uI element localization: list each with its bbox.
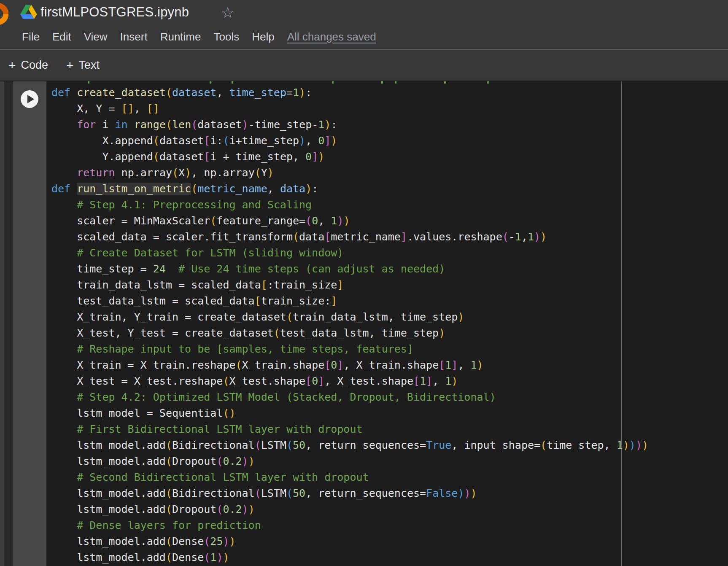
menu-item-runtime[interactable]: Runtime bbox=[160, 30, 201, 43]
drive-icon bbox=[20, 4, 37, 20]
code-line[interactable]: # Reshape input to be [samples, time ste… bbox=[51, 341, 648, 357]
menu-bar: FileEditViewInsertRuntimeToolsHelpAll ch… bbox=[22, 30, 376, 43]
clipped-code-fragment bbox=[88, 81, 89, 84]
code-line[interactable]: scaler = MinMaxScaler(feature_range=(0, … bbox=[51, 213, 648, 229]
colab-notebook-page: { "header": { "title": "firstMLPOSTGRES.… bbox=[0, 0, 728, 566]
header-bar: firstMLPOSTGRES.ipynb ☆ FileEditViewInse… bbox=[0, 0, 728, 49]
code-line[interactable]: lstm_model.add(Bidirectional(LSTM(50, re… bbox=[51, 485, 648, 501]
code-line[interactable]: for i in range(len(dataset)-time_step-1)… bbox=[51, 117, 648, 133]
add-code-button[interactable]: + Code bbox=[8, 50, 48, 81]
menu-item-edit[interactable]: Edit bbox=[52, 30, 71, 43]
add-code-label: Code bbox=[21, 59, 49, 72]
clipped-code-fragment bbox=[381, 81, 383, 84]
code-line[interactable]: test_data_lstm = scaled_data[train_size:… bbox=[51, 293, 648, 309]
menu-item-insert[interactable]: Insert bbox=[120, 30, 148, 43]
code-line[interactable]: X_train, Y_train = create_dataset(train_… bbox=[51, 309, 648, 325]
code-line[interactable]: X_test, Y_test = create_dataset(test_dat… bbox=[51, 325, 648, 341]
plus-icon: + bbox=[66, 59, 74, 72]
code-line[interactable]: lstm_model.add(Dropout(0.2)) bbox=[51, 501, 648, 517]
clipped-code-fragment bbox=[395, 81, 396, 84]
code-line[interactable]: # Second Bidirectional LSTM layer with d… bbox=[51, 469, 648, 485]
code-line[interactable]: X.append(dataset[i:(i+time_step), 0]) bbox=[51, 133, 648, 149]
code-line[interactable]: train_data_lstm = scaled_data[:train_siz… bbox=[51, 277, 648, 293]
code-line[interactable]: lstm_model.add(Dense(1)) bbox=[51, 550, 648, 566]
code-line[interactable]: lstm_model.add(Dropout(0.2)) bbox=[51, 453, 648, 469]
code-line[interactable]: # First Bidirectional LSTM layer with dr… bbox=[51, 421, 648, 437]
code-line[interactable]: X_test = X_test.reshape(X_test.shape[0],… bbox=[51, 373, 648, 389]
code-line[interactable]: scaled_data = scaler.fit_transform(data[… bbox=[51, 229, 648, 245]
menu-item-tools[interactable]: Tools bbox=[213, 30, 239, 43]
save-status[interactable]: All changes saved bbox=[287, 30, 376, 43]
code-line[interactable]: # Dense layers for prediction bbox=[51, 517, 648, 534]
code-line[interactable]: # Create Dataset for LSTM (sliding windo… bbox=[51, 245, 648, 261]
run-cell-button[interactable] bbox=[20, 90, 39, 108]
clipped-code-fragment bbox=[444, 81, 446, 84]
code-editor[interactable]: def create_dataset(dataset, time_step=1)… bbox=[46, 81, 728, 566]
notebook-content: def create_dataset(dataset, time_step=1)… bbox=[0, 81, 728, 566]
add-text-button[interactable]: + Text bbox=[66, 50, 100, 81]
cell-gutter bbox=[13, 81, 46, 566]
star-icon[interactable]: ☆ bbox=[218, 3, 237, 22]
code-line[interactable]: # Step 4.2: Optimized LSTM Model (Stacke… bbox=[51, 389, 648, 405]
notebook-title[interactable]: firstMLPOSTGRES.ipynb bbox=[40, 5, 189, 20]
menu-item-view[interactable]: View bbox=[84, 30, 108, 43]
code-line[interactable]: def run_lstm_on_metric(metric_name, data… bbox=[51, 181, 648, 197]
code-line[interactable]: X, Y = [], [] bbox=[51, 101, 648, 117]
clipped-code-fragment bbox=[332, 81, 334, 84]
page-margin-outer bbox=[0, 81, 4, 566]
menu-item-help[interactable]: Help bbox=[252, 30, 274, 43]
code-line[interactable]: def create_dataset(dataset, time_step=1)… bbox=[51, 85, 648, 101]
colab-logo-icon[interactable] bbox=[0, 1, 8, 27]
page-margin-inner bbox=[4, 81, 13, 566]
code-line[interactable]: time_step = 24 # Use 24 time steps (can … bbox=[51, 261, 648, 277]
code-line[interactable]: lstm_model = Sequential() bbox=[51, 405, 648, 421]
code-line[interactable]: Y.append(dataset[i + time_step, 0]) bbox=[51, 149, 648, 165]
code-line[interactable]: X_train = X_train.reshape(X_train.shape[… bbox=[51, 357, 648, 373]
add-text-label: Text bbox=[79, 59, 100, 72]
cell-toolbar: + Code + Text bbox=[0, 50, 728, 81]
menu-item-file[interactable]: File bbox=[22, 30, 40, 43]
code-line[interactable]: # Step 4.1: Preprocessing and Scaling bbox=[51, 197, 648, 213]
code-line[interactable]: return np.array(X), np.array(Y) bbox=[51, 165, 648, 181]
plus-icon: + bbox=[8, 59, 16, 72]
clipped-code-fragment bbox=[210, 81, 211, 84]
code-line[interactable]: lstm_model.add(Bidirectional(LSTM(50, re… bbox=[51, 437, 648, 453]
clipped-code-fragment bbox=[487, 81, 489, 84]
code-line[interactable]: lstm_model.add(Dense(25)) bbox=[51, 534, 648, 550]
clipped-code-fragment bbox=[232, 81, 233, 84]
code-block: def create_dataset(dataset, time_step=1)… bbox=[51, 85, 648, 566]
